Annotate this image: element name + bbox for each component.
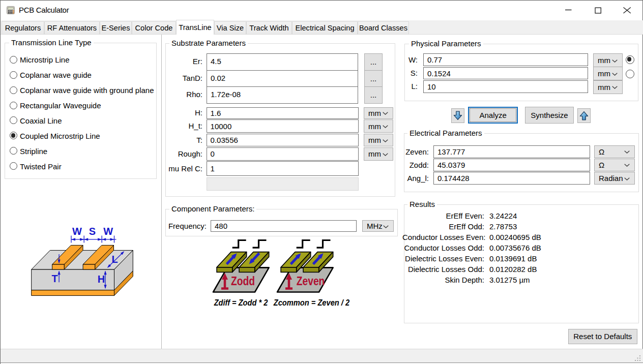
- svg-text:W: W: [103, 226, 113, 237]
- svg-text:W: W: [72, 226, 82, 237]
- svg-text:Zdiff = Zodd * 2: Zdiff = Zodd * 2: [214, 298, 268, 307]
- svg-text:Zcommon = Zeven / 2: Zcommon = Zeven / 2: [273, 298, 349, 307]
- svg-text:L: L: [111, 254, 118, 265]
- svg-text:T: T: [51, 273, 57, 284]
- svg-text:Zeven: Zeven: [297, 274, 325, 288]
- svg-text:H: H: [98, 274, 105, 285]
- svg-text:S: S: [89, 226, 96, 237]
- svg-text:Zodd: Zodd: [231, 274, 255, 288]
